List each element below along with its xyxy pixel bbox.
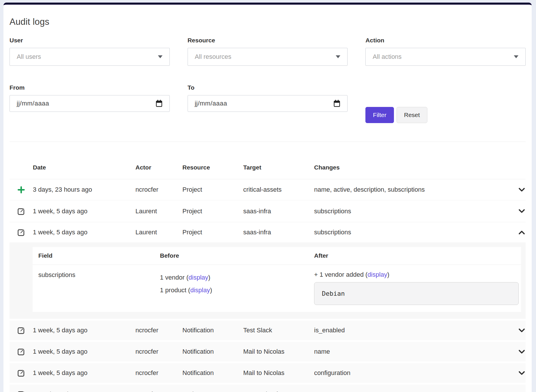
edit-icon [17,369,25,377]
cell-changes: name [314,348,513,355]
detail-after-cell: + 1 vendor added (display) Debian [308,271,521,305]
to-date-input[interactable]: jj/mm/aaaa [188,95,348,112]
column-header-target: Target [243,164,314,171]
cell-changes: subscriptions [314,229,513,236]
table-row: 1 week, 5 days ago Laurent Project saas-… [10,200,526,222]
cell-target: Mail to Nicolas [243,369,314,377]
to-date-label: To [188,84,348,91]
cell-date: 1 week, 5 days ago [33,208,135,215]
resource-filter: Resource All resources [188,37,348,66]
cell-resource: Notification [182,369,243,377]
cell-actor: ncrocfer [135,369,182,377]
cell-target: saas-infra [243,208,314,215]
cell-resource: Project [182,229,243,236]
before-text: 1 vendor ( [160,274,188,281]
calendar-icon[interactable] [156,100,163,107]
chevron-down-icon[interactable] [518,348,526,356]
cell-resource: Project [182,391,243,392]
page-title: Audit logs [10,17,526,27]
action-filter-label: Action [365,37,526,44]
action-filter-value: All actions [373,53,401,61]
cell-resource: Project [182,186,243,193]
table-row: 1 week, 5 days ago ncrocfer Notification… [10,361,526,383]
table-row: 3 weeks, 4 days ago ncrocfer Project exp… [10,383,526,392]
edit-icon [17,228,25,236]
before-suffix: ) [210,287,212,294]
reset-button[interactable]: Reset [397,107,427,123]
resource-filter-select[interactable]: All resources [188,48,348,66]
cell-resource: Notification [182,327,243,334]
detail-header-before: Before [154,252,308,259]
detail-before-cell: 1 vendor (display) 1 product (display) [154,271,308,305]
table-row: 3 days, 23 hours ago ncrocfer Project cr… [10,179,526,200]
display-link[interactable]: display [190,287,210,294]
detail-field-name: subscriptions [33,271,154,305]
cell-actor: ncrocfer [135,348,182,355]
user-filter-select[interactable]: All users [10,48,170,66]
after-value-box: Debian [314,282,519,305]
edit-icon [17,348,25,356]
cell-target: Mail to Nicolas [243,348,314,355]
after-text: + 1 vendor added ( [314,271,367,278]
cell-actor: ncrocfer [135,327,182,334]
chevron-down-icon [336,55,340,58]
change-detail-panel: Field Before After subscriptions 1 vendo… [10,242,526,319]
to-date-field: To jj/mm/aaaa [188,84,348,123]
table-row-expanded: 1 week, 5 days ago Laurent Project saas-… [10,222,526,242]
plus-icon [17,186,25,194]
filters-row-2: From jj/mm/aaaa To jj/mm/aaaa [10,84,526,123]
chevron-up-icon[interactable] [518,229,526,236]
resource-filter-label: Resource [188,37,348,44]
chevron-down-icon[interactable] [518,369,526,377]
cell-date: 3 weeks, 4 days ago [33,391,135,392]
cell-date: 1 week, 5 days ago [33,348,135,355]
column-header-date: Date [33,164,135,171]
chevron-down-icon[interactable] [518,391,526,392]
cell-resource: Notification [182,348,243,355]
cell-actor: ncrocfer [135,391,182,392]
from-date-field: From jj/mm/aaaa [10,84,170,123]
cell-target: critical-assets [243,186,314,193]
to-date-placeholder: jj/mm/aaaa [195,100,227,107]
cell-target: exposed-softs [243,391,314,392]
audit-logs-card: Audit logs User All users Resource All r… [3,3,532,392]
cell-changes: is_enabled [314,327,513,334]
before-suffix: ) [208,274,210,281]
cell-date: 3 days, 23 hours ago [33,186,135,193]
chevron-down-icon[interactable] [518,186,526,194]
cell-date: 1 week, 5 days ago [33,327,135,334]
cell-actor: Laurent [135,208,182,215]
from-date-placeholder: jj/mm/aaaa [17,100,49,107]
action-filter-select[interactable]: All actions [365,48,526,66]
cell-resource: Project [182,208,243,215]
calendar-icon[interactable] [333,100,340,107]
cell-changes: subscriptions [314,208,513,215]
audit-log-table: Date Actor Resource Target Changes 3 day… [10,142,526,392]
after-suffix: ) [387,271,389,278]
cell-date: 1 week, 5 days ago [33,229,135,236]
filter-button[interactable]: Filter [365,107,394,123]
cell-actor: ncrocfer [135,186,182,193]
column-header-resource: Resource [182,164,243,171]
detail-header-field: Field [33,252,154,259]
action-filter: Action All actions [365,37,526,66]
filter-buttons: Filter Reset [365,84,526,123]
chevron-down-icon [514,55,518,58]
display-link[interactable]: display [188,274,208,281]
cell-date: 1 week, 5 days ago [33,369,135,377]
before-text: 1 product ( [160,287,190,294]
from-date-input[interactable]: jj/mm/aaaa [10,95,170,112]
chevron-down-icon[interactable] [518,327,526,334]
cell-actor: Laurent [135,229,182,236]
display-link[interactable]: display [367,271,387,278]
cell-target: saas-infra [243,229,314,236]
edit-icon [17,390,25,392]
cell-changes: configuration [314,369,513,377]
user-filter-value: All users [17,53,41,61]
from-date-label: From [10,84,170,91]
resource-filter-value: All resources [195,53,231,61]
chevron-down-icon[interactable] [518,207,526,215]
page: Audit logs User All users Resource All r… [0,0,536,392]
edit-icon [17,326,25,334]
edit-icon [17,207,25,215]
